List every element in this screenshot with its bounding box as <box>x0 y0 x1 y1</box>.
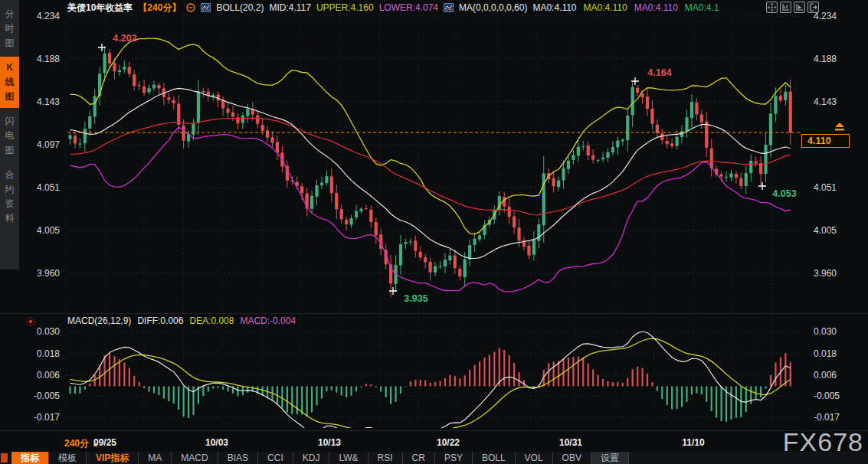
ma-values: MA0:4.110MA0:4.110MA0:4.110MA0:4.1 <box>532 2 719 13</box>
bottom-indicator-toolbar: 指标模板VIP指标MAMACDBIASCCIKDJLW&RSICRPSYBOLL… <box>0 452 868 464</box>
axis-tick-label: 4.143 <box>11 96 60 107</box>
last-price-marker-icon <box>835 123 844 131</box>
axis-tick-label: 4.234 <box>11 11 60 21</box>
ma-chart-icon[interactable] <box>444 3 454 12</box>
macd-indicator-header: MACD(26,12,9) DIFF:0.006 DEA:0.008 MACD:… <box>67 315 296 326</box>
axis-tick-label: 3.960 <box>11 268 60 279</box>
toolbar-item-VIP指标[interactable]: VIP指标 <box>87 452 139 464</box>
period-badge[interactable]: 【240分】 <box>138 2 181 15</box>
boll-chart-icon[interactable] <box>201 3 211 12</box>
date-tick-label: 09/25 <box>80 437 129 448</box>
alert-flash-icon[interactable] <box>25 316 36 330</box>
axis-tick-label: 4.051 <box>814 182 864 193</box>
toolbar-item-LW&[interactable]: LW& <box>329 452 368 464</box>
toolbar-item-KDJ[interactable]: KDJ <box>293 452 330 464</box>
last-price-value: 4.110 <box>807 136 831 146</box>
instrument-title: 美债10年收益率 <box>67 2 133 15</box>
axis-tick-label: 4.188 <box>11 54 60 64</box>
sidebar-tab-3[interactable]: 闪电图 <box>0 110 19 162</box>
axis-tick-label: 4.005 <box>814 225 864 236</box>
toolbar-item-MA[interactable]: MA <box>139 452 172 464</box>
axis-tick-label: 4.234 <box>814 11 864 21</box>
ma-value: MA0:4.110 <box>532 2 576 13</box>
candlestick-chart-canvas[interactable]: 4.2024.1643.9354.053 <box>0 0 868 464</box>
toolbar-item-RSI[interactable]: RSI <box>368 452 403 464</box>
axis-tick-label: 0.006 <box>11 370 60 381</box>
axis-tick-label: 0.018 <box>11 348 60 359</box>
axis-tick-label: -0.017 <box>814 412 864 423</box>
ma-value: MA0:4.110 <box>584 2 627 13</box>
axis-tick-label: -0.017 <box>11 412 60 423</box>
ma-value: MA0:4.1 <box>685 2 719 13</box>
svg-text:4.053: 4.053 <box>772 188 796 199</box>
axis-tick-label: 4.143 <box>814 96 864 107</box>
macd-name: MACD(26,12,9) <box>67 315 131 326</box>
toolbar-item-指标[interactable]: 指标 <box>11 452 49 464</box>
macd-diff-value: DIFF:0.006 <box>137 315 183 326</box>
axis-tick-label: 4.051 <box>11 182 60 193</box>
axis-tick-label: 4.005 <box>11 225 60 236</box>
chart-header: 美债10年收益率 【240分】 BOLL(20,2) MID:4.117 UPP… <box>67 2 719 14</box>
ma-value: MA0:4.110 <box>634 2 678 13</box>
toolbar-item-CCI[interactable]: CCI <box>258 452 293 464</box>
axis-divider <box>0 430 868 431</box>
toolbar-item-MACD[interactable]: MACD <box>172 452 218 464</box>
crosshair-move-icon[interactable] <box>766 2 778 13</box>
svg-text:3.935: 3.935 <box>404 293 427 304</box>
svg-text:4.164: 4.164 <box>647 67 671 78</box>
toolbar-item-BIAS[interactable]: BIAS <box>218 452 258 464</box>
toolbar-item-模板[interactable]: 模板 <box>49 452 87 464</box>
x-axis-row: 240分 ▲ FX678 09/2510/0310/1310/2210/3111… <box>0 433 868 452</box>
date-tick-label: 10/22 <box>424 437 473 448</box>
axis-tick-label: 0.030 <box>814 326 864 337</box>
date-tick-label: 10/03 <box>192 437 241 448</box>
axis-tick-label: 4.097 <box>11 139 60 150</box>
axis-pan-icon[interactable] <box>794 2 805 13</box>
date-tick-label: 10/31 <box>546 437 595 448</box>
macd-plot <box>69 332 791 443</box>
last-price-tag: 4.110 <box>801 134 850 148</box>
boll-upper-value: UPPER:4.160 <box>316 2 374 13</box>
sidebar-tab-4[interactable]: 合约资料 <box>0 164 19 230</box>
axis-tick-label: -0.005 <box>814 390 864 401</box>
panel-divider <box>0 313 868 314</box>
axis-tick-label: -0.005 <box>11 390 60 401</box>
ma-name: MA(0,0,0,0,0,60) <box>459 2 527 13</box>
axis-tick-label: 3.960 <box>814 268 864 279</box>
main-chart-plot <box>68 38 791 296</box>
date-tick-label: 10/13 <box>305 437 354 448</box>
date-tick-label: 11/10 <box>669 437 718 448</box>
toolbar-item-PSY[interactable]: PSY <box>435 452 473 464</box>
toolbar-item-CR[interactable]: CR <box>403 452 435 464</box>
toolbar-item-VOL[interactable]: VOL <box>516 452 553 464</box>
grid <box>66 11 800 429</box>
macd-hist-value: MACD:-0.004 <box>240 315 296 326</box>
boll-name: BOLL(20,2) <box>216 2 264 13</box>
corner-marker-icon <box>1 453 8 462</box>
axis-tick-label: 4.188 <box>814 54 864 64</box>
svg-text:4.202: 4.202 <box>113 33 136 44</box>
collapse-indicator-icon[interactable] <box>186 3 195 12</box>
chart-tool-buttons <box>766 2 819 13</box>
axis-tick-label: 0.006 <box>814 370 864 381</box>
toolbar-item-BOLL[interactable]: BOLL <box>473 452 516 464</box>
macd-dea-value: DEA:0.008 <box>189 315 234 326</box>
boll-mid-value: MID:4.117 <box>269 2 310 13</box>
toolbar-item-设置[interactable]: 设置 <box>591 452 629 464</box>
toolbar-item-OBV[interactable]: OBV <box>553 452 591 464</box>
boll-lower-value: LOWER:4.074 <box>379 2 438 13</box>
axis-scale-icon[interactable] <box>780 2 791 13</box>
brand-watermark: FX678 <box>783 427 863 457</box>
price-annotations: 4.2024.1643.9354.053 <box>98 33 797 304</box>
axis-tick-label: 0.018 <box>814 348 864 359</box>
trading-app-window: { "colors": { "accent": "#ff8a00", "up":… <box>0 0 868 464</box>
